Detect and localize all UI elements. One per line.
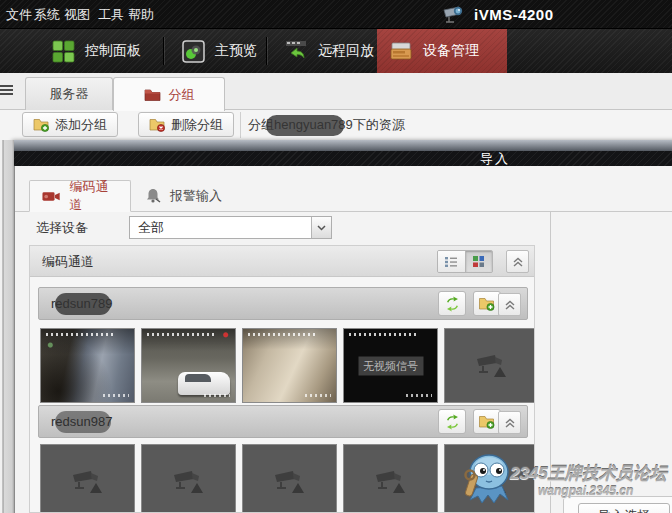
- device-group-row[interactable]: redsun789: [38, 287, 528, 320]
- white-car-shape: [178, 372, 230, 395]
- refresh-button[interactable]: [438, 291, 466, 316]
- encoding-channel-panel: 编码通道: [29, 245, 535, 513]
- tab-main-preview-label: 主预览: [215, 42, 257, 60]
- osd-text-overlay: [349, 333, 419, 336]
- device-select[interactable]: 全部: [129, 216, 332, 239]
- tab-device-management[interactable]: 设备管理: [377, 29, 507, 73]
- tab-group-label: 分组: [169, 86, 195, 104]
- device-nav-tabs: 服务器 分组: [0, 73, 672, 110]
- group-collapse-button[interactable]: [498, 411, 521, 434]
- camera-placeholder-icon: [475, 353, 509, 379]
- redaction-blob: [266, 115, 344, 136]
- main-preview-icon: [182, 40, 205, 63]
- channel-thumbnail-offline[interactable]: [141, 444, 236, 513]
- no-video-signal-text: 无视频信号: [358, 356, 423, 375]
- add-group-label: 添加分组: [55, 116, 107, 134]
- divider: [240, 112, 241, 138]
- list-view-button[interactable]: [438, 251, 465, 272]
- toolbar-separator: [266, 37, 267, 65]
- chevron-down-icon: [317, 225, 326, 231]
- app-title: iVMS-4200: [474, 6, 554, 23]
- osd-text-overlay: [103, 394, 129, 397]
- add-group-button[interactable]: 添加分组: [22, 112, 118, 137]
- camcorder-icon: [42, 190, 61, 203]
- tab-group[interactable]: 分组: [113, 77, 225, 111]
- thumbnail-view-button[interactable]: [465, 251, 492, 272]
- folder-add-icon: [478, 296, 496, 311]
- dialog-titlebar[interactable]: 导入: [14, 151, 672, 166]
- app-logo: iVMS-4200: [442, 0, 554, 29]
- menu-tools[interactable]: 工具: [94, 0, 128, 29]
- import-dialog: 导入 编码通道 报警输入 选择设备: [14, 140, 672, 513]
- channel-thumbnail-offline[interactable]: [444, 444, 535, 513]
- camera-placeholder-icon: [71, 469, 105, 495]
- dialog-top-strip: [14, 140, 672, 151]
- tab-main-preview[interactable]: 主预览: [170, 29, 269, 73]
- tab-device-management-label: 设备管理: [423, 42, 479, 60]
- list-view-icon: [444, 256, 458, 268]
- redaction-blob: [55, 293, 111, 315]
- folder-delete-icon: [149, 117, 166, 132]
- tab-encoding-channel-label: 编码通道: [70, 178, 118, 214]
- tab-server[interactable]: 服务器: [25, 77, 113, 110]
- menu-system[interactable]: 系统: [30, 0, 64, 29]
- thumbnail-view-icon: [472, 255, 485, 268]
- tab-encoding-channel[interactable]: 编码通道: [29, 180, 131, 212]
- channel-thumbnail-no-video[interactable]: 无视频信号: [343, 328, 438, 403]
- section-header-title: 编码通道: [42, 246, 94, 277]
- tab-control-panel-label: 控制面板: [85, 42, 141, 60]
- group-collapse-button[interactable]: [498, 293, 521, 316]
- double-chevron-up-icon: [505, 418, 515, 428]
- folder-add-icon: [478, 414, 496, 429]
- section-collapse-button[interactable]: [506, 250, 529, 273]
- channel-thumbnail-offline[interactable]: [40, 444, 135, 513]
- osd-text-overlay: [46, 333, 116, 336]
- device-group-row[interactable]: redsun987: [38, 405, 528, 438]
- add-to-group-button[interactable]: [473, 409, 501, 434]
- menu-help[interactable]: 帮助: [124, 0, 158, 29]
- section-header: 编码通道: [30, 246, 534, 277]
- osd-text-overlay: [248, 333, 318, 336]
- tab-control-panel[interactable]: 控制面板: [40, 29, 153, 73]
- tab-remote-playback[interactable]: 远程回放: [272, 29, 386, 73]
- tab-alarm-input-label: 报警输入: [170, 187, 222, 205]
- camera-placeholder-icon: [273, 469, 307, 495]
- tab-alarm-input[interactable]: 报警输入: [133, 180, 241, 212]
- main-toolbar: 控制面板 主预览 远程回放: [0, 29, 672, 73]
- toolbar-separator: [163, 37, 164, 65]
- channel-thumbnail-car[interactable]: [141, 328, 236, 403]
- channel-thumbnail-indoor[interactable]: [242, 328, 337, 403]
- import-action-panel: 导入选择: [563, 496, 672, 513]
- import-select-button[interactable]: 导入选择: [578, 503, 670, 513]
- menu-view[interactable]: 视图: [60, 0, 94, 29]
- camera-placeholder-icon: [374, 469, 408, 495]
- select-device-label: 选择设备: [36, 216, 88, 240]
- camera-placeholder-icon: [475, 469, 509, 495]
- panel-divider: [550, 211, 551, 513]
- dropdown-arrow-button[interactable]: [311, 217, 331, 238]
- group-action-bar: 添加分组 删除分组 分组hengyuan789下的资源: [0, 110, 672, 140]
- tab-remote-playback-label: 远程回放: [318, 42, 374, 60]
- dialog-body: 编码通道 报警输入 选择设备 全部: [14, 166, 672, 513]
- camera-placeholder-icon: [172, 469, 206, 495]
- channel-thumbnail-offline[interactable]: [343, 444, 438, 513]
- add-to-group-button[interactable]: [473, 291, 501, 316]
- ivms-app-window: 文件 系统 视图 工具 帮助 iVMS-4200 控制面板: [0, 0, 672, 513]
- osd-text-overlay: [305, 394, 331, 397]
- delete-group-button[interactable]: 删除分组: [138, 112, 234, 137]
- double-chevron-up-icon: [513, 257, 523, 267]
- double-chevron-up-icon: [505, 300, 515, 310]
- dialog-title: 导入: [14, 151, 672, 166]
- channel-thumbnail-offline[interactable]: [444, 328, 535, 403]
- control-panel-icon: [52, 40, 75, 63]
- window-left-strip: [0, 140, 14, 513]
- osd-text-overlay: [406, 394, 432, 397]
- channel-thumbnail-offline[interactable]: [242, 444, 337, 513]
- refresh-button[interactable]: [438, 409, 466, 434]
- refresh-icon: [444, 414, 461, 430]
- osd-text-overlay: [147, 333, 217, 336]
- channel-thumbnail-street[interactable]: [40, 328, 135, 403]
- server-list-icon[interactable]: [0, 84, 13, 97]
- redaction-blob: [55, 411, 111, 433]
- device-management-icon: [389, 40, 413, 62]
